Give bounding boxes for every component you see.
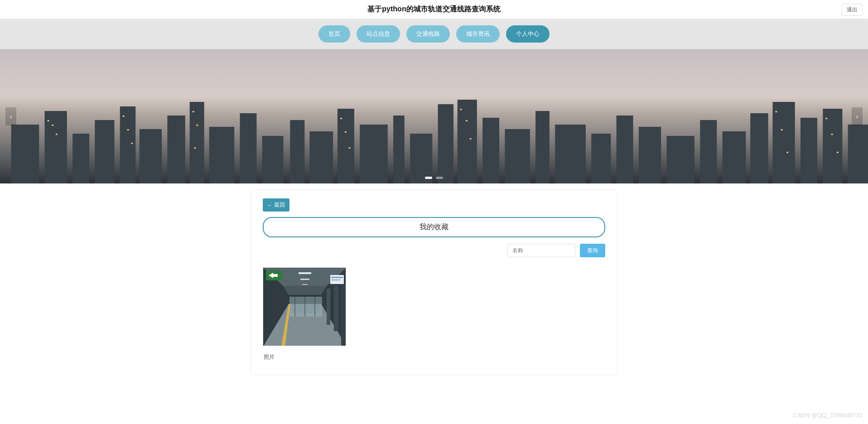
svg-rect-32 <box>800 118 817 183</box>
page-title: 基于python的城市轨道交通线路查询系统 <box>367 5 500 14</box>
svg-rect-69 <box>289 297 322 317</box>
svg-rect-40 <box>131 143 133 144</box>
chevron-right-icon: › <box>856 113 858 120</box>
svg-rect-73 <box>327 289 330 325</box>
svg-rect-54 <box>831 134 833 135</box>
svg-rect-39 <box>127 129 129 130</box>
logout-button[interactable]: 退出 <box>842 4 863 16</box>
svg-rect-11 <box>262 136 284 183</box>
carousel-prev-button[interactable]: ‹ <box>5 107 16 125</box>
search-row: 查询 <box>263 244 605 257</box>
svg-rect-21 <box>505 129 530 183</box>
svg-rect-27 <box>666 136 694 183</box>
nav-lines[interactable]: 交通线路 <box>406 25 450 43</box>
svg-rect-48 <box>466 120 468 121</box>
svg-rect-36 <box>52 125 54 126</box>
svg-rect-38 <box>123 116 125 117</box>
svg-rect-10 <box>240 113 256 183</box>
svg-rect-65 <box>331 279 340 280</box>
carousel-dot-1[interactable] <box>425 177 432 179</box>
svg-rect-13 <box>309 131 333 183</box>
svg-rect-19 <box>458 100 477 183</box>
favorite-card[interactable]: 照片 <box>263 267 346 361</box>
svg-rect-25 <box>617 116 633 183</box>
svg-rect-47 <box>460 109 462 110</box>
svg-rect-33 <box>823 109 842 183</box>
svg-rect-24 <box>591 134 611 183</box>
section-title: 我的收藏 <box>263 217 605 237</box>
svg-rect-50 <box>776 111 777 112</box>
svg-rect-34 <box>848 125 868 183</box>
svg-rect-30 <box>750 113 768 183</box>
svg-rect-22 <box>535 111 550 183</box>
svg-rect-35 <box>48 120 49 121</box>
svg-rect-8 <box>190 102 204 183</box>
metro-station-image <box>263 268 346 346</box>
svg-rect-3 <box>72 134 89 183</box>
svg-rect-12 <box>290 120 304 183</box>
favorites-grid: 照片 <box>263 267 605 361</box>
skyline-image <box>0 93 868 183</box>
back-button-label: 返回 <box>274 201 285 209</box>
svg-marker-58 <box>283 286 327 295</box>
svg-rect-31 <box>772 102 795 183</box>
carousel-dot-2[interactable] <box>436 177 443 179</box>
nav-user-center[interactable]: 个人中心 <box>506 25 550 43</box>
svg-rect-43 <box>194 147 196 149</box>
svg-rect-17 <box>410 134 432 183</box>
carousel-next-button[interactable]: › <box>852 107 863 125</box>
back-button[interactable]: ← 返回 <box>263 198 289 212</box>
svg-rect-60 <box>300 279 309 280</box>
nav-news[interactable]: 城市资讯 <box>456 25 500 43</box>
svg-rect-44 <box>340 118 342 119</box>
svg-rect-26 <box>639 127 661 183</box>
svg-rect-75 <box>341 284 346 346</box>
svg-rect-64 <box>331 277 343 278</box>
content-panel: ← 返回 我的收藏 查询 <box>251 190 617 375</box>
svg-rect-9 <box>209 127 234 183</box>
carousel-banner: ‹ › <box>0 49 868 183</box>
nav-home[interactable]: 首页 <box>318 25 350 43</box>
svg-rect-23 <box>555 125 586 183</box>
svg-rect-18 <box>438 104 453 183</box>
chevron-left-icon: ‹ <box>10 113 12 120</box>
svg-rect-61 <box>302 284 308 285</box>
svg-rect-28 <box>700 120 717 183</box>
search-input[interactable] <box>507 244 575 257</box>
svg-rect-45 <box>345 131 347 133</box>
svg-rect-5 <box>120 106 135 183</box>
svg-rect-14 <box>338 109 354 183</box>
svg-rect-41 <box>193 111 194 112</box>
svg-rect-55 <box>837 152 839 153</box>
svg-rect-16 <box>393 116 405 183</box>
svg-rect-29 <box>723 131 746 183</box>
arrow-left-icon: ← <box>267 202 273 208</box>
navbar: 首页 站点信息 交通线路 城市资讯 个人中心 <box>0 25 868 43</box>
nav-stations[interactable]: 站点信息 <box>357 25 400 43</box>
svg-rect-51 <box>781 129 783 130</box>
svg-rect-53 <box>825 118 827 119</box>
svg-rect-15 <box>360 125 388 183</box>
carousel-dots <box>425 177 443 179</box>
svg-rect-49 <box>470 138 472 140</box>
svg-rect-4 <box>95 120 114 183</box>
svg-rect-2 <box>45 111 67 183</box>
svg-rect-42 <box>196 125 198 126</box>
header: 基于python的城市轨道交通线路查询系统 退出 <box>0 0 868 19</box>
svg-rect-6 <box>140 129 162 183</box>
favorite-thumbnail <box>263 267 346 346</box>
favorite-caption: 照片 <box>263 353 346 361</box>
svg-rect-59 <box>299 272 311 274</box>
svg-rect-7 <box>167 116 185 183</box>
svg-rect-20 <box>482 118 499 183</box>
svg-rect-46 <box>349 147 351 149</box>
svg-rect-74 <box>334 286 338 331</box>
search-button[interactable]: 查询 <box>580 244 605 257</box>
svg-rect-37 <box>56 134 58 135</box>
svg-rect-52 <box>786 152 788 153</box>
navbar-wrap: 首页 站点信息 交通线路 城市资讯 个人中心 <box>0 19 868 49</box>
svg-rect-1 <box>11 125 39 183</box>
